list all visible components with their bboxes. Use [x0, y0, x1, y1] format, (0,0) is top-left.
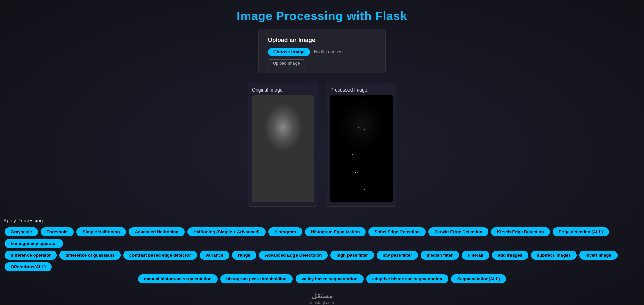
processing-btn-median-filter[interactable]: median filter	[421, 251, 459, 260]
processing-btn-high-pass-filter[interactable]: high pass filter	[330, 251, 374, 260]
processing-btn-range[interactable]: range	[232, 251, 256, 260]
processing-btn-filterall[interactable]: Filterall	[462, 251, 489, 260]
processing-btn-histogram[interactable]: Histogram	[268, 227, 302, 236]
watermark-url: mostaql.com	[0, 300, 644, 305]
file-input-row: Choose Image No file chosen	[268, 48, 376, 56]
upload-image-button[interactable]: Upload Image	[268, 59, 305, 67]
choose-file-button[interactable]: Choose Image	[268, 48, 310, 56]
processing-btn-adaptive-histogram-segmentation[interactable]: adaptive histogram segmentation	[366, 274, 448, 283]
processing-btn-homogeneity-operator[interactable]: homogeneity operator	[5, 239, 63, 248]
processing-btn-add-images[interactable]: add images	[492, 251, 528, 260]
processing-btn-advanced-edge-detectoion[interactable]: Advanced Edge Detectoion	[259, 251, 328, 260]
processing-btn-kirsch-edge-detection[interactable]: Kirsch Edge Detection	[491, 227, 550, 236]
processed-image-graphic	[330, 95, 393, 202]
original-image-display	[252, 95, 314, 202]
processing-btn-advanced-halftoning[interactable]: Advanced Halftoning	[129, 227, 185, 236]
no-file-text: No file chosen	[314, 49, 343, 54]
processing-row-2: difference operatordifference of guassia…	[3, 251, 641, 271]
processing-btn-low-pass-filter[interactable]: low pass filter	[377, 251, 418, 260]
original-image-label: Original Image:	[252, 87, 314, 93]
processing-btn-halftoning-simple--advanced[interactable]: Halftoning (Simple + Advanced)	[187, 227, 266, 236]
processing-btn-sobel-edge-detection[interactable]: Sobel Edge Detection	[368, 227, 426, 236]
processing-btn-manual-histogram-segmentation[interactable]: manual histogram segmentation	[138, 274, 218, 283]
processing-btn-histogram-equalization[interactable]: Histogram Equalization	[305, 227, 366, 236]
apply-label: Apply Processing:	[3, 218, 641, 223]
processing-btn-difference-operator[interactable]: difference operator	[5, 251, 57, 260]
processing-btn-simple-halftoning[interactable]: Simple Halftoning	[76, 227, 126, 236]
upload-title: Upload an Image	[268, 37, 376, 44]
images-section: Original Image: Processed Image:	[0, 83, 644, 207]
processing-btn-valley-based-segmentation[interactable]: valley based segmentation	[296, 274, 364, 283]
processing-btn-threshold[interactable]: Threshold	[41, 227, 74, 236]
processing-btn-segmenetationall[interactable]: Segmenetation(ALL)	[451, 274, 506, 283]
processing-btn-histogram-peak-thresholding[interactable]: histogram peak thresholding	[220, 274, 293, 283]
processing-row-1: GrayscaleThresholdSimple HalftoningAdvan…	[3, 227, 641, 248]
original-image-graphic	[252, 95, 314, 202]
processing-btn-operationsall[interactable]: OPerations(ALL)	[5, 262, 52, 271]
processing-btn-edge-detection-all[interactable]: Edge detection (ALL)	[553, 227, 609, 236]
processed-image-card: Processed Image:	[326, 83, 396, 207]
processing-btn-subtract-images[interactable]: subtract images	[531, 251, 577, 260]
upload-section: Upload an Image Choose Image No file cho…	[258, 29, 386, 73]
processed-image-display	[330, 95, 393, 202]
apply-processing-section: Apply Processing: GrayscaleThresholdSimp…	[0, 218, 644, 283]
watermark: مستقل mostaql.com	[0, 286, 644, 305]
original-image-card: Original Image:	[248, 83, 318, 207]
processing-btn-invert-image[interactable]: invert image	[579, 251, 617, 260]
processing-btn-difference-of-guassians[interactable]: difference of guassians	[59, 251, 120, 260]
watermark-logo: مستقل	[0, 292, 644, 300]
processing-btn-perwitt-edge-detection[interactable]: Perwitt Edge Detection	[428, 227, 488, 236]
page-title: Image Processing with Flask	[0, 0, 644, 29]
processing-row-3: manual histogram segmentationhistogram p…	[3, 274, 641, 283]
processed-image-label: Processed Image:	[330, 87, 392, 93]
processing-btn-variance[interactable]: variance	[200, 251, 229, 260]
processing-btn-grayscale[interactable]: Grayscale	[5, 227, 38, 236]
processing-btn-contrast-based-edge-detector[interactable]: contrast based edge detector	[123, 251, 197, 260]
